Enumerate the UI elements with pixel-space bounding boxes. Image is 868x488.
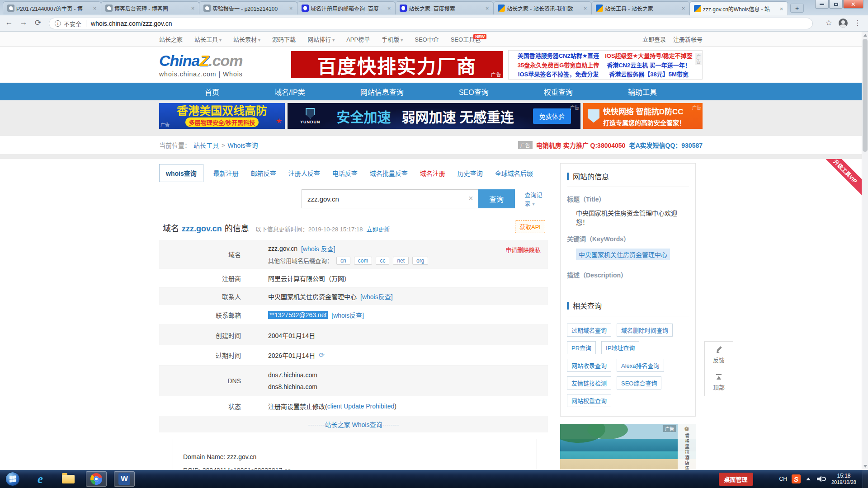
topnav-seo-agency[interactable]: SEO中介: [415, 35, 439, 43]
profile-icon[interactable]: [839, 19, 848, 28]
nav-domain-ip[interactable]: 域名/IP类: [274, 86, 305, 97]
whois-reverse-link[interactable]: [whois反查]: [331, 310, 364, 319]
whois-reverse-link[interactable]: [whois 反查]: [301, 244, 335, 253]
status-link[interactable]: client Update Prohibited: [327, 403, 395, 410]
browser-tab-active[interactable]: zzz.gov.cn的Whois信息 - 站 ×: [689, 1, 788, 15]
sogou-input-icon[interactable]: S: [792, 474, 801, 483]
text-ad-line[interactable]: 35盘永久免费百G带宽自助上传: [513, 61, 604, 69]
info-domain[interactable]: zzz.gov.cn: [182, 224, 222, 234]
browser-tab[interactable]: 域名注册用的邮箱查询_百度 ×: [297, 1, 396, 14]
breadcrumb-whois-link[interactable]: Whois查询: [228, 141, 258, 150]
nav-home[interactable]: 首页: [205, 86, 219, 97]
tab-close-icon[interactable]: ×: [680, 5, 687, 12]
related-link[interactable]: IP地址查询: [601, 341, 639, 354]
query-history-link[interactable]: 查询记录: [525, 190, 548, 207]
related-link[interactable]: 友情链接检测: [567, 376, 611, 389]
browser-tab[interactable]: 站长工具 - 站长之家 ×: [591, 1, 690, 14]
tab-newly-registered[interactable]: 最新注册: [213, 164, 239, 182]
tab-close-icon[interactable]: ×: [778, 5, 785, 12]
browser-tab[interactable]: 实验报告一 - p2015214100 ×: [199, 1, 297, 14]
text-ad-box[interactable]: 美国香港服务器CN2站群★直连 35盘永久免费百G带宽自助上传 iOS苹果签名不…: [508, 50, 703, 80]
menu-dots-icon[interactable]: ⋮: [854, 19, 862, 27]
tab-phone-reverse[interactable]: 电话反查: [332, 164, 358, 182]
topnav-material[interactable]: 站长素材: [233, 35, 260, 43]
register-link[interactable]: 注册新帐号: [673, 35, 703, 43]
taskbar-ie[interactable]: e: [30, 471, 51, 487]
related-link[interactable]: 域名删除时间查询: [617, 324, 673, 337]
tab-close-icon[interactable]: ×: [288, 5, 294, 12]
topnav-mobile[interactable]: 手机版: [382, 35, 403, 43]
page-scrollbar[interactable]: [862, 32, 868, 470]
privacy-removal-link[interactable]: 申请删除隐私: [505, 245, 541, 254]
clear-icon[interactable]: ×: [468, 194, 473, 203]
nav-aux-tools[interactable]: 辅助工具: [628, 86, 657, 97]
tab-close-icon[interactable]: ×: [484, 5, 491, 12]
related-link[interactable]: SEO综合查询: [617, 376, 661, 389]
suffix-chip-com[interactable]: com: [354, 257, 373, 265]
update-now-link[interactable]: 立即更新: [366, 225, 390, 233]
tab-global-suffix[interactable]: 全球域名后缀: [495, 164, 533, 182]
suffix-chip-net[interactable]: net: [393, 257, 409, 265]
topnav-tools[interactable]: 站长工具: [194, 35, 222, 43]
domain-search-input[interactable]: [302, 190, 478, 208]
new-tab-button[interactable]: +: [790, 4, 804, 13]
nav-weight-query[interactable]: 权重查询: [544, 86, 573, 97]
tab-whois-query[interactable]: whois查询: [159, 164, 203, 182]
login-link[interactable]: 立即登录: [642, 35, 666, 43]
browser-tab[interactable]: P201721440007的主页 - 博 ×: [3, 1, 101, 14]
refresh-icon[interactable]: ⟳: [319, 351, 325, 359]
vip-ribbon[interactable]: 升级工具VIP: [826, 159, 862, 195]
tray-expand-icon[interactable]: [806, 478, 811, 480]
taskbar-word[interactable]: W: [114, 471, 135, 487]
address-bar[interactable]: i 不安全 whois.chinaz.com/zzz.gov.cn: [49, 18, 813, 29]
browser-tab[interactable]: 博客后台管理 - 博客园 ×: [101, 1, 199, 14]
info-icon[interactable]: i: [55, 20, 61, 27]
related-link[interactable]: PR查询: [567, 341, 596, 354]
taskbar-clock[interactable]: 15:18 2019/10/28: [831, 473, 856, 485]
text-ad-line[interactable]: IOS超级签★大量持号/稳定不掉签: [604, 51, 694, 60]
topnav-app-rank[interactable]: APP榜单: [346, 35, 370, 43]
language-indicator[interactable]: CH: [779, 476, 787, 482]
refresh-icon[interactable]: ⟳: [33, 18, 43, 28]
text-ad-line[interactable]: iOS苹果签名不掉签，免费分发: [513, 70, 604, 78]
url-text[interactable]: whois.chinaz.com/zzz.gov.cn: [91, 20, 172, 27]
speaker-icon[interactable]: [817, 476, 824, 482]
scrollbar-thumb[interactable]: [863, 39, 868, 152]
banner-ad-baidu-kuaipai[interactable]: 百度快排实力厂商 广告: [291, 51, 503, 78]
keywords-value[interactable]: 中央国家机关住房资金管理中心: [576, 249, 670, 260]
tab-close-icon[interactable]: ×: [189, 5, 196, 12]
vip-ribbon-box[interactable]: 升级工具VIP: [826, 159, 862, 195]
topnav-source-download[interactable]: 源码下载: [272, 35, 296, 43]
search-box[interactable]: ×: [302, 189, 478, 208]
tab-email-reverse[interactable]: 邮箱反查: [251, 164, 276, 182]
query-button[interactable]: 查询: [478, 189, 515, 208]
breadcrumb-tools-link[interactable]: 站长工具: [193, 141, 219, 150]
tab-domain-register[interactable]: 域名注册: [420, 164, 445, 182]
browser-tab[interactable]: 站长之家 - 站长资讯-我们致 ×: [493, 1, 592, 14]
tab-batch-reverse[interactable]: 域名批量反查: [370, 164, 408, 182]
whois-reverse-link[interactable]: [whois反查]: [360, 292, 393, 301]
banner-ad-yundun[interactable]: YUNDUN 安全加速 弱网加速 无感重连 免费体验 广告: [288, 103, 580, 129]
text-ad-line[interactable]: 香港CN2云主机 买一年送一年！: [604, 61, 694, 69]
show-desktop-button[interactable]: [863, 470, 868, 488]
related-link[interactable]: 网站权重查询: [567, 394, 611, 407]
email-value-selected[interactable]: **1327592@263.net: [268, 311, 328, 319]
suffix-chip-cn[interactable]: cn: [336, 257, 350, 265]
tab-close-icon[interactable]: ×: [386, 5, 392, 12]
related-link[interactable]: 网站收录查询: [567, 359, 611, 372]
text-ad-line[interactable]: 香港云服务器【38元】5M带宽: [604, 70, 694, 78]
free-trial-button[interactable]: 免费体验: [533, 108, 571, 124]
tab-close-icon[interactable]: ×: [582, 5, 589, 12]
related-link[interactable]: Alexa排名查询: [617, 359, 664, 372]
browser-tab[interactable]: 站长之家_百度搜索 ×: [395, 1, 494, 14]
desktop-manager-button[interactable]: 桌面管理: [719, 473, 753, 486]
back-icon[interactable]: ←: [4, 18, 14, 27]
taskbar-explorer[interactable]: [58, 471, 79, 487]
start-button[interactable]: [5, 472, 20, 486]
get-api-button[interactable]: 获取API: [515, 220, 545, 233]
taskbar-chrome[interactable]: [86, 471, 107, 487]
tab-history-query[interactable]: 历史查询: [458, 164, 483, 182]
tab-close-icon[interactable]: ×: [91, 5, 98, 12]
chinaz-logo[interactable]: ChinaZ.com whois.chinaz.com | Whois: [159, 52, 291, 78]
topnav-site-ranking[interactable]: 网站排行: [307, 35, 335, 43]
